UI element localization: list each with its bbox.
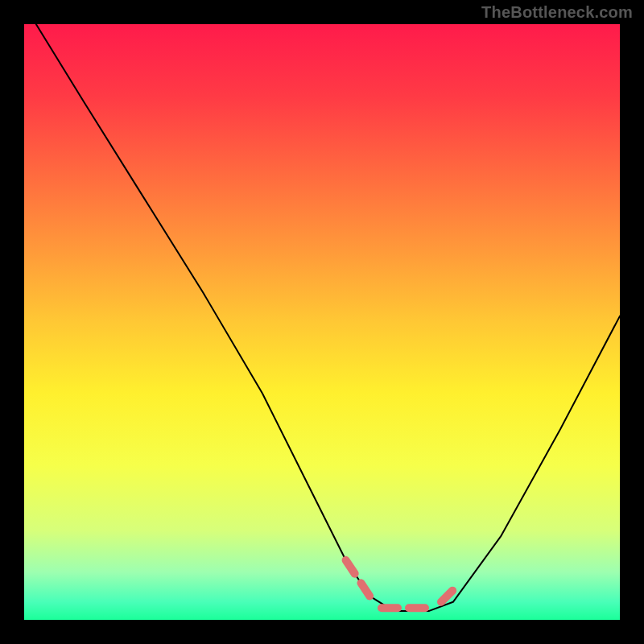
watermark-label: TheBottleneck.com (481, 3, 633, 22)
plot-area (24, 24, 620, 620)
chart-frame: TheBottleneck.com (0, 0, 644, 644)
gradient-background (24, 24, 620, 620)
chart-svg (24, 24, 620, 620)
